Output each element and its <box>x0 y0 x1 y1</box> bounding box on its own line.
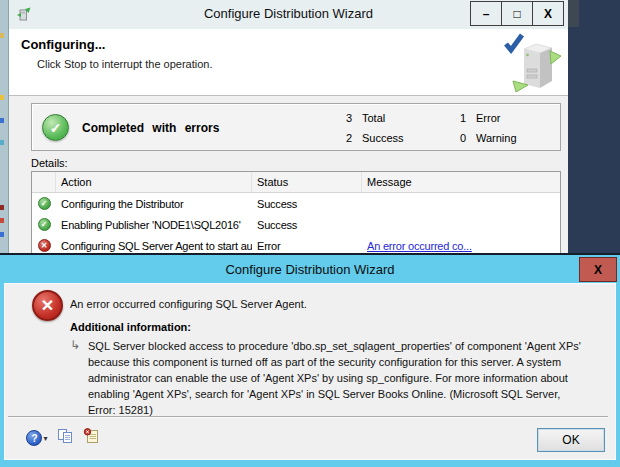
background-icon-fragment <box>0 118 4 123</box>
background-icon-fragment <box>0 140 4 145</box>
indent-arrow-icon: ↳ <box>70 338 80 352</box>
error-dialog-body: ✕ An error occurred configuring SQL Serv… <box>4 283 616 460</box>
background-icon-fragment <box>0 95 4 100</box>
details-table: Action Status Message ✓ Configuring the … <box>31 171 561 256</box>
table-row[interactable]: ✓ Enabling Publisher 'NODE1\SQL2016' Suc… <box>32 214 560 235</box>
page-title: Configuring... <box>21 37 105 52</box>
error-message-link[interactable]: An error occurred co... <box>367 240 472 252</box>
screen: Configure Distribution Wizard – □ X Conf… <box>0 0 620 467</box>
wizard-titlebar: Configure Distribution Wizard – □ X <box>9 0 568 30</box>
save-error-details-button[interactable] <box>82 429 100 447</box>
warning-count: 0 Warning <box>452 128 517 148</box>
help-dropdown-button[interactable]: ? ▾ <box>24 429 50 447</box>
background-icon-fragment <box>0 205 4 210</box>
additional-information-label: Additional information: <box>70 321 191 333</box>
background-window-edge <box>0 0 8 256</box>
progress-summary-panel: ✓ Completed with errors 3 Total 2 Succes… <box>31 103 561 151</box>
status-column-header: Status <box>252 172 362 192</box>
ok-button[interactable]: OK <box>537 428 605 452</box>
window-controls: – □ X <box>470 1 564 26</box>
error-message-text: An error occurred configuring SQL Server… <box>70 298 307 310</box>
background-icon-fragment <box>0 33 4 38</box>
error-detail-text: SQL Server blocked access to procedure '… <box>88 338 586 418</box>
background-icon-fragment <box>0 218 4 223</box>
maximize-button[interactable]: □ <box>501 2 532 25</box>
copy-icon <box>57 428 74 448</box>
error-dialog-title: Configure Distribution Wizard <box>0 262 620 277</box>
message-column-header: Message <box>362 172 560 192</box>
details-table-header: Action Status Message <box>32 172 560 193</box>
page-subtitle: Click Stop to interrupt the operation. <box>37 58 212 70</box>
error-dialog: Configure Distribution Wizard X ✕ An err… <box>0 253 620 467</box>
background-window-fragment <box>568 0 579 27</box>
row-success-icon: ✓ <box>38 218 51 231</box>
table-row[interactable]: ✓ Configuring the Distributor Success <box>32 193 560 214</box>
success-count: 2 Success <box>338 128 404 148</box>
summary-counts-right: 1 Error 0 Warning <box>452 108 517 148</box>
total-count: 3 Total <box>338 108 404 128</box>
error-count: 1 Error <box>452 108 517 128</box>
chevron-down-icon: ▾ <box>43 434 47 443</box>
copy-message-button[interactable] <box>56 429 74 447</box>
icon-column-header <box>32 172 56 192</box>
error-icon: ✕ <box>32 290 63 321</box>
summary-status-text: Completed with errors <box>82 121 219 135</box>
configure-distribution-wizard-window: Configure Distribution Wizard – □ X Conf… <box>8 0 568 256</box>
footer-divider <box>8 416 608 418</box>
action-column-header: Action <box>56 172 252 192</box>
close-button[interactable]: X <box>532 2 563 25</box>
help-icon: ? <box>26 430 42 446</box>
minimize-button[interactable]: – <box>471 2 501 25</box>
completed-status-icon: ✓ <box>42 114 69 141</box>
wizard-page-header: Configuring... Click Stop to interrupt t… <box>9 29 568 96</box>
server-tower-icon <box>500 31 562 96</box>
summary-counts-left: 3 Total 2 Success <box>338 108 404 148</box>
row-error-icon: ✕ <box>38 239 51 252</box>
background-icon-fragment <box>0 232 4 237</box>
details-label: Details: <box>31 157 68 169</box>
row-success-icon: ✓ <box>38 197 51 210</box>
dialog-close-button[interactable]: X <box>579 257 617 282</box>
page-with-error-badge-icon <box>83 428 100 448</box>
